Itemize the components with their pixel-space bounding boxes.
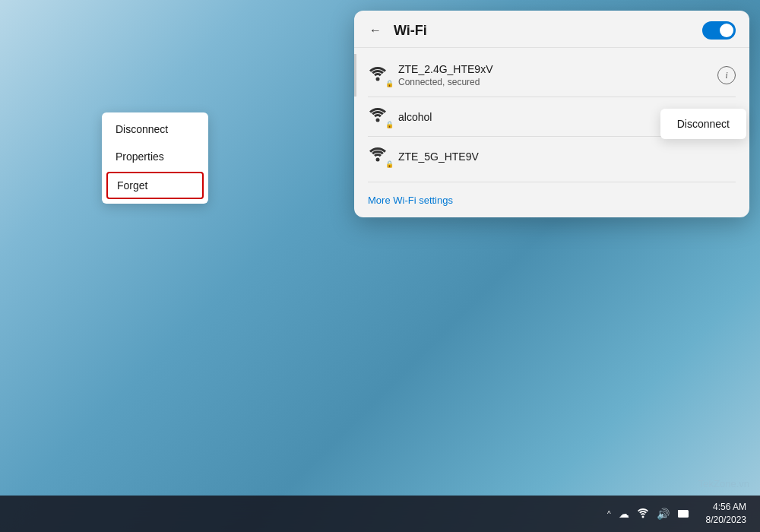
context-menu-forget[interactable]: Forget [106, 172, 204, 199]
taskbar-cloud-icon[interactable]: ☁ [619, 508, 629, 520]
wifi-secured-icon-2: 🔒 [368, 106, 389, 127]
disconnect-tooltip: Disconnect [660, 109, 746, 139]
panel-header: ← Wi-Fi [354, 11, 749, 48]
taskbar-volume-icon[interactable]: 🔊 [657, 508, 670, 520]
taskbar-right: ^ ☁ 🔊 4:56 AM 8/20/2023 [601, 499, 751, 528]
taskbar-files-icon[interactable] [677, 508, 689, 521]
taskbar-datetime[interactable]: 4:56 AM 8/20/2023 [701, 499, 751, 528]
connected-network-status: Connected, secured [398, 77, 717, 87]
watermark: TekZone.vn [698, 478, 749, 489]
panel-header-left: ← Wi-Fi [365, 22, 427, 39]
network-item-zte5g[interactable]: 🔒 ZTE_5G_HTE9V [354, 137, 749, 176]
taskbar-date-display: 8/20/2023 [706, 514, 746, 527]
zte5g-network-name: ZTE_5G_HTE9V [398, 150, 736, 163]
panel-footer: More Wi-Fi settings [354, 182, 749, 217]
wifi-secured-icon-3: 🔒 [368, 146, 389, 166]
connected-network-name: ZTE_2.4G_HTE9xV [398, 63, 717, 75]
wifi-toggle[interactable] [702, 21, 736, 40]
context-menu-properties[interactable]: Properties [102, 143, 208, 170]
more-wifi-settings-link[interactable]: More Wi-Fi settings [368, 195, 453, 206]
svg-point-0 [376, 77, 380, 81]
taskbar-system-icons: ^ ☁ 🔊 [601, 505, 695, 524]
context-menu: Disconnect Properties Forget [102, 112, 208, 204]
connected-network-info: ZTE_2.4G_HTE9xV Connected, secured [398, 63, 717, 87]
disconnect-button[interactable]: Disconnect [660, 109, 746, 139]
context-menu-disconnect[interactable]: Disconnect [102, 116, 208, 143]
back-button[interactable]: ← [365, 22, 386, 39]
taskbar-chevron-icon[interactable]: ^ [607, 510, 611, 518]
network-info-button[interactable]: i [717, 66, 736, 84]
svg-point-3 [641, 515, 644, 518]
taskbar-time-display: 4:56 AM [706, 501, 746, 514]
wifi-secured-icon: 🔒 [368, 65, 389, 86]
taskbar: ^ ☁ 🔊 4:56 AM 8/20/2023 [0, 496, 760, 532]
taskbar-wifi-icon[interactable] [637, 508, 649, 521]
zte5g-network-info: ZTE_5G_HTE9V [398, 150, 736, 163]
network-item-connected[interactable]: 🔒 ZTE_2.4G_HTE9xV Connected, secured i [354, 54, 749, 97]
svg-point-2 [376, 158, 380, 162]
panel-title: Wi-Fi [394, 23, 427, 39]
svg-point-1 [376, 119, 380, 122]
